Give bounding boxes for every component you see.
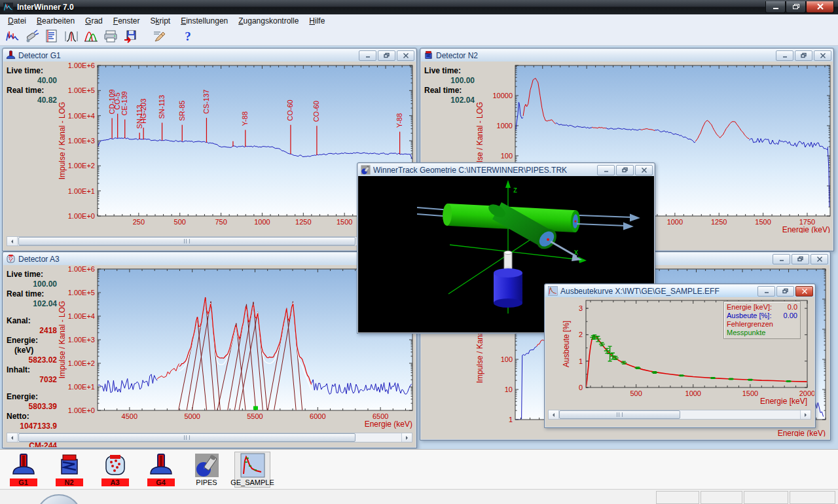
beam-arrows-right [577,215,638,229]
taskbar-item-a3[interactable]: A3 [97,452,133,488]
y-tick-label: 1.00E+0 [68,406,95,414]
taskbar-item-g1[interactable]: G1 [5,452,41,488]
a3-h-scrollbar[interactable] [7,433,412,442]
menu-item-hilfe[interactable]: Hilfe [304,16,330,26]
window-detector-g1[interactable]: Detector G1 Live time:40.00Real time:40.… [2,48,417,251]
scroll-left-arrow[interactable] [7,237,18,245]
g1-close-button[interactable] [397,50,414,61]
window-efficiency-curve[interactable]: Ausbeutekurve X:\IWT\GE\GE_SAMPLE.EFF 50… [544,283,816,428]
menu-item-einstellungen[interactable]: Einstellungen [175,16,233,26]
eff-title-bar[interactable]: Ausbeutekurve X:\IWT\GE\GE_SAMPLE.EFF [545,285,814,297]
scroll-right-arrow[interactable] [401,433,412,442]
taskbar-item-n2[interactable]: N2 [51,452,87,488]
y-tick-label: 1.00E+1 [68,187,95,195]
legend-value: 0.00 [784,312,797,320]
y-axis-label: Impulse / Kanal - LOG [58,102,67,180]
n2-restore-button[interactable] [795,50,812,61]
menu-item-grad[interactable]: Grad [80,16,108,26]
taskbar-item-ge_sample[interactable]: GE_SAMPLE [234,452,270,488]
app-minimize-button[interactable] [765,1,786,13]
eff-minimize-button[interactable] [757,286,775,297]
scroll-thumb[interactable] [18,237,355,245]
taskbar-item-g4[interactable]: G4 [143,452,179,488]
g1-restore-button[interactable] [378,50,395,61]
info-label: Live time: [7,66,58,76]
info-label: Real time: [424,86,476,96]
eff-restore-button[interactable] [776,286,794,297]
scroll-left-arrow[interactable] [7,433,18,442]
n2-minimize-button[interactable] [776,50,793,61]
print-toolbar-button[interactable] [101,27,120,45]
report-toolbar-button[interactable] [42,27,62,45]
menu-item-skript[interactable]: Skript [145,16,175,26]
legend-value: 0.0 [788,303,797,312]
g1-info-panel: Live time:40.00Real time:40.82 [7,66,58,105]
fit-toolbar-button[interactable] [62,27,81,45]
track-title-bar[interactable]: WinnerTrack Geometrie C:\INTERWINNER\PIP… [358,164,654,176]
eff-close-button[interactable] [795,286,813,297]
g1-minimize-button[interactable] [359,50,376,61]
y-tick-label: 1.00E+4 [68,112,95,120]
script-toolbar-button[interactable] [149,27,169,45]
y-tick-label: 1 [579,357,583,365]
n2-title-bar[interactable]: Detector N2 [421,49,833,62]
taskbar-item-pipes[interactable]: PIPES [189,452,225,488]
info-value: 102.04 [424,96,476,105]
g4-minimize-button[interactable] [773,254,790,264]
g4-close-button[interactable] [811,254,828,264]
menu-item-datei[interactable]: Datei [3,16,31,26]
overlay-toolbar-button[interactable] [81,27,101,45]
info-label: Real time: [7,289,58,299]
peak-label: SR-85 [178,101,186,121]
g4-restore-button[interactable] [792,254,809,264]
a3-title-bar[interactable]: Detector A3 [3,253,416,265]
help-toolbar-button[interactable]: ? [178,27,198,45]
track-close-button[interactable] [635,165,653,175]
n2-info-panel: Live time:100.00Real time:102.04 [424,66,476,105]
interwinner-app: InterWinner 7.0 DateiBearbeitenGradFenst… [0,0,838,504]
n2-close-button[interactable] [814,50,831,61]
info-value: 40.00 [7,76,58,86]
scroll-left-arrow[interactable] [549,410,559,419]
scroll-thumb[interactable] [559,410,680,419]
app-title-bar[interactable]: InterWinner 7.0 [0,0,838,14]
legend-label: Ausbeute [%]: [727,312,772,320]
eff-window-title: Ausbeutekurve X:\IWT\GE\GE_SAMPLE.EFF [560,287,720,296]
scroll-right-arrow[interactable] [800,410,811,419]
menu-item-fenster[interactable]: Fenster [108,16,145,26]
z-axis-arrowhead [505,180,511,188]
x-tick-label: 1500 [755,218,771,226]
track-minimize-button[interactable] [597,165,615,175]
menu-item-bearbeiten[interactable]: Bearbeiten [31,16,80,26]
g1-title-bar[interactable]: Detector G1 [3,49,416,62]
window-detector-a3[interactable]: Detector A3 Live time:100.00Real time:10… [2,251,417,448]
x-tick-label: 750 [215,218,227,226]
a3-window-title: Detector A3 [18,255,60,264]
a3-info-panel: Live time:100.00Real time:102.04Kanal:24… [7,270,58,447]
planchet-icon [103,453,128,478]
y-axis-label: Ausbeute [%] [562,321,571,367]
eff-h-scrollbar[interactable] [548,410,811,420]
menu-item-zugangskontrolle[interactable]: Zugangskontrolle [233,16,304,26]
x-tick-label: 250 [133,218,145,226]
export-toolbar-button[interactable] [120,27,140,45]
info-value: 7032 [7,375,58,385]
info-label-unit: (keV) [7,346,58,355]
x-tick-label: 1250 [295,218,311,226]
track-restore-button[interactable] [616,165,634,175]
info-label: Live time: [7,270,58,279]
mdi-workspace: Detector G1 Live time:40.00Real time:40.… [0,46,838,449]
track-window-title: WinnerTrack Geometrie C:\INTERWINNER\PIP… [373,166,567,175]
y-tick-label: 1.00E+0 [68,212,95,220]
x-tick-label: 6000 [310,412,325,420]
acquire-toolbar-button[interactable] [22,27,42,45]
efficiency-icon [240,453,265,478]
app-close-button[interactable] [806,1,834,13]
scroll-thumb[interactable] [18,433,355,442]
svg-text:?: ? [185,29,191,43]
g1-h-scrollbar[interactable] [7,236,412,246]
y-tick-label: 1.00E+1 [68,383,95,391]
app-restore-button[interactable] [786,1,806,13]
info-label: Netto: [7,412,58,422]
spectrum-toolbar-button[interactable] [3,27,22,45]
